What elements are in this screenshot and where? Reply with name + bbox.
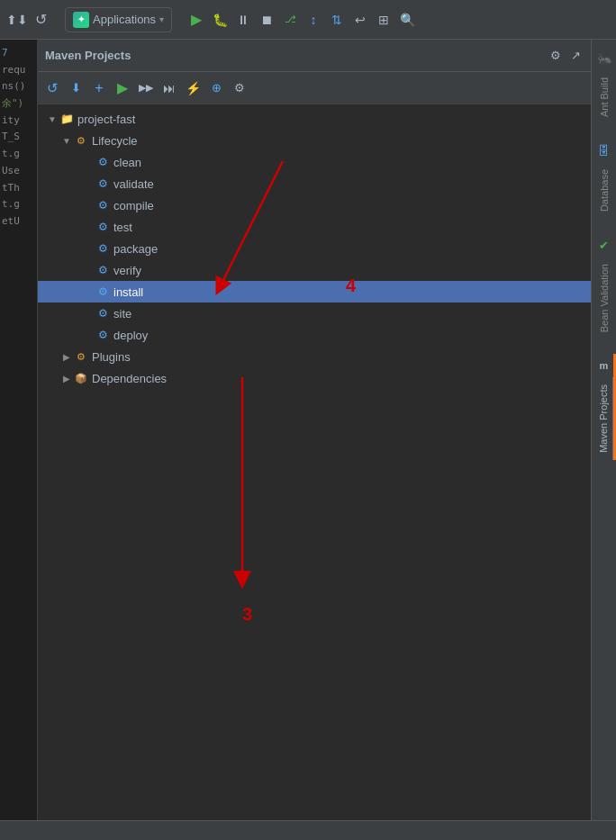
- toolbar-icon-undo[interactable]: ↩: [350, 10, 370, 30]
- label-compile: compile: [113, 199, 154, 212]
- code-line-2: requ: [2, 62, 35, 79]
- tree-arrow-lifecycle: ▼: [59, 133, 74, 148]
- label-validate: validate: [113, 177, 154, 191]
- toolbar-icon-vcs2[interactable]: ⇅: [327, 10, 347, 30]
- tree-arrow-plugins: ▶: [59, 349, 74, 364]
- code-line-use: Use: [2, 163, 35, 180]
- code-line-tg: t.g: [2, 146, 35, 163]
- side-tab-database[interactable]: Database: [595, 162, 613, 219]
- project-label: project-fast: [77, 113, 135, 126]
- ptool-add[interactable]: +: [88, 77, 110, 99]
- label-package: package: [113, 242, 158, 256]
- tree-item-compile[interactable]: ▶ ⚙ compile: [38, 194, 591, 216]
- code-line-tth: tTh: [2, 180, 35, 197]
- tree-item-plugins[interactable]: ▶ ⚙ Plugins: [38, 346, 591, 367]
- lifecycle-label: Lifecycle: [92, 134, 138, 148]
- label-install: install: [113, 285, 143, 299]
- profile-button[interactable]: ⏸: [233, 10, 253, 30]
- tree-item-clean[interactable]: ▶ ⚙ clean: [38, 151, 591, 173]
- run-button[interactable]: ▶: [186, 10, 206, 30]
- tree-item-install[interactable]: ▶ ⚙ install: [38, 281, 591, 303]
- maven-panel: Maven Projects ⚙ ↗ ↺ ⬇ + ▶ ▶▶ ⏭ ⚡ ⊕ ⚙ ▼ …: [38, 40, 591, 840]
- cog-icon-test: ⚙: [95, 220, 110, 234]
- code-line-4: 余"): [2, 95, 35, 113]
- panel-header: Maven Projects ⚙ ↗: [38, 40, 591, 72]
- lifecycle-icon: ⚙: [74, 133, 88, 148]
- toolbar-icon-branch[interactable]: ⎇: [280, 10, 300, 30]
- tree-item-validate[interactable]: ▶ ⚙ validate: [38, 173, 591, 194]
- panel-title: Maven Projects: [45, 49, 131, 62]
- tree-arrow-deps: ▶: [59, 371, 74, 385]
- panel-toolbar: ↺ ⬇ + ▶ ▶▶ ⏭ ⚡ ⊕ ⚙: [38, 72, 591, 104]
- toolbar-icon-vcs[interactable]: ↕: [303, 10, 323, 30]
- tree-item-dependencies[interactable]: ▶ 📦 Dependencies: [38, 367, 591, 389]
- ptool-run-config[interactable]: ▶▶: [135, 77, 157, 99]
- code-line-5: ity: [2, 113, 35, 130]
- ptool-download[interactable]: ⬇: [65, 77, 86, 99]
- cog-icon-install: ⚙: [95, 285, 110, 299]
- app-icon: ✦: [73, 12, 89, 28]
- tree-item-test[interactable]: ▶ ⚙ test: [38, 216, 591, 238]
- label-clean: clean: [113, 156, 141, 169]
- label-deploy: deploy: [113, 329, 148, 342]
- toolbar-icon-reload[interactable]: ↺: [31, 10, 50, 30]
- tree-item-deploy[interactable]: ▶ ⚙ deploy: [38, 324, 591, 346]
- label-verify: verify: [113, 264, 141, 277]
- panel-settings-icon[interactable]: ⚙: [548, 48, 564, 64]
- label-site: site: [113, 307, 131, 321]
- code-line-ts: T_S: [2, 129, 35, 146]
- code-line-1: 7: [2, 45, 35, 62]
- bottom-status-bar: [0, 820, 616, 840]
- side-tab-maven[interactable]: Maven Projects: [594, 377, 614, 460]
- cog-icon-verify: ⚙: [95, 263, 110, 277]
- tree-item-lifecycle[interactable]: ▼ ⚙ Lifecycle: [38, 130, 591, 151]
- project-icon: 📁: [59, 112, 74, 126]
- ptool-skip[interactable]: ⏭: [159, 77, 180, 99]
- side-icon-maven[interactable]: m: [594, 356, 614, 375]
- panel-header-icons: ⚙ ↗: [548, 48, 584, 64]
- dropdown-arrow: ▾: [159, 14, 164, 24]
- toolbar-icon-search[interactable]: 🔍: [397, 10, 417, 30]
- applications-button[interactable]: ✦ Applications ▾: [65, 7, 172, 32]
- stop-button[interactable]: ⏹: [257, 10, 276, 30]
- tree-item-project[interactable]: ▼ 📁 project-fast: [38, 108, 591, 130]
- code-strip: 7 requ ns() 余") ity T_S t.g Use tTh t.g …: [0, 40, 38, 820]
- code-line-tg2: t.g: [2, 196, 35, 213]
- deps-label: Dependencies: [92, 372, 167, 385]
- right-sidebar: 🐜 Ant Build 🗄 Database ✔ Bean Validation…: [591, 40, 616, 840]
- tree-item-site[interactable]: ▶ ⚙ site: [38, 303, 591, 324]
- cog-icon-deploy: ⚙: [95, 328, 110, 342]
- main-area: Maven Projects ⚙ ↗ ↺ ⬇ + ▶ ▶▶ ⏭ ⚡ ⊕ ⚙ ▼ …: [38, 40, 616, 840]
- code-line-etu: etU: [2, 213, 35, 230]
- cog-icon-package: ⚙: [95, 241, 110, 256]
- side-icon-ant[interactable]: 🐜: [594, 49, 614, 68]
- label-test: test: [113, 221, 132, 234]
- cog-icon-site: ⚙: [95, 306, 110, 321]
- debug-button[interactable]: 🐛: [210, 10, 230, 30]
- tree-item-verify[interactable]: ▶ ⚙ verify: [38, 259, 591, 281]
- ptool-settings[interactable]: ⚙: [229, 77, 250, 99]
- side-icon-db[interactable]: 🗄: [594, 140, 614, 160]
- app-label: Applications: [93, 13, 156, 26]
- deps-icon: 📦: [74, 371, 88, 385]
- panel-expand-icon[interactable]: ↗: [567, 48, 584, 64]
- side-icon-bean[interactable]: ✔: [594, 235, 614, 255]
- top-toolbar: ⬆⬇ ↺ ✦ Applications ▾ ▶ 🐛 ⏸ ⏹ ⎇ ↕ ⇅ ↩ ⊞ …: [0, 0, 616, 40]
- code-line-3: ns(): [2, 78, 35, 95]
- side-tab-bean[interactable]: Bean Validation: [595, 257, 613, 339]
- cog-icon-compile: ⚙: [95, 198, 110, 212]
- ptool-run[interactable]: ▶: [112, 77, 133, 99]
- toolbar-icon-sort[interactable]: ⬆⬇: [7, 10, 27, 30]
- toolbar-icon-grid[interactable]: ⊞: [374, 10, 394, 30]
- ptool-generate[interactable]: ⚡: [182, 77, 204, 99]
- plugins-icon: ⚙: [74, 349, 88, 364]
- side-tab-ant[interactable]: Ant Build: [595, 70, 613, 124]
- tree-area: ▼ 📁 project-fast ▼ ⚙ Lifecycle ▶ ⚙ clean…: [38, 104, 591, 840]
- cog-icon-validate: ⚙: [95, 176, 110, 191]
- cog-icon-clean: ⚙: [95, 155, 110, 169]
- plugins-label: Plugins: [92, 350, 131, 364]
- ptool-reload[interactable]: ↺: [41, 77, 63, 99]
- tree-item-package[interactable]: ▶ ⚙ package: [38, 238, 591, 259]
- tree-arrow-project: ▼: [45, 112, 59, 126]
- ptool-tree[interactable]: ⊕: [205, 77, 227, 99]
